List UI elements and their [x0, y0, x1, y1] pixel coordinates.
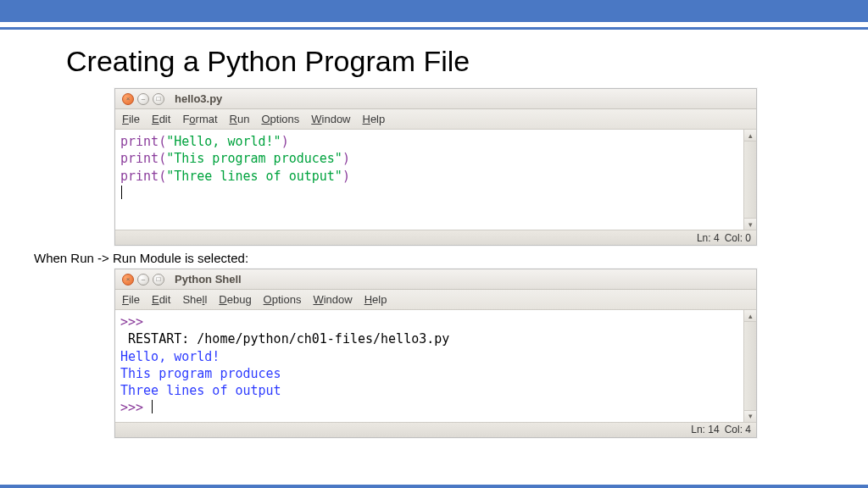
- menu-file[interactable]: File: [122, 113, 140, 125]
- editor-code-area[interactable]: print("Hello, world!") print("This progr…: [115, 130, 743, 230]
- status-line: Ln: 4: [697, 232, 720, 244]
- shell-window: × – □ Python Shell File Edit Shell Debug…: [114, 269, 757, 438]
- close-icon[interactable]: ×: [122, 274, 134, 286]
- code-paren: (: [159, 134, 166, 149]
- status-col: Col: 4: [725, 424, 751, 435]
- code-paren: ): [342, 151, 350, 166]
- editor-menubar: File Edit Format Run Options Window Help: [115, 109, 756, 130]
- menu-window[interactable]: Window: [313, 293, 352, 306]
- menu-format[interactable]: Format: [182, 113, 217, 125]
- slide-top-band: [0, 0, 868, 22]
- editor-titlebar: × – □ hello3.py: [115, 89, 756, 109]
- menu-edit[interactable]: Edit: [152, 113, 170, 125]
- shell-line: Hello, world!: [120, 349, 220, 364]
- editor-window: × – □ hello3.py File Edit Format Run Opt…: [114, 88, 757, 246]
- slide-title: Creating a Python Program File: [66, 45, 868, 78]
- code-paren: (: [159, 151, 166, 166]
- slide-bottom-rule: [0, 485, 868, 488]
- maximize-icon[interactable]: □: [153, 274, 164, 286]
- shell-output-area[interactable]: >>> RESTART: /home/python/ch01-files/hel…: [115, 310, 743, 422]
- close-icon[interactable]: ×: [122, 93, 134, 105]
- menu-edit[interactable]: Edit: [152, 293, 170, 306]
- slide-caption: When Run -> Run Module is selected:: [34, 251, 868, 265]
- scroll-down-icon[interactable]: ▾: [744, 218, 756, 230]
- shell-title: Python Shell: [175, 273, 242, 286]
- shell-prompt: >>>: [120, 400, 143, 415]
- menu-help[interactable]: Help: [363, 113, 386, 125]
- menu-help[interactable]: Help: [364, 293, 387, 306]
- code-fn: print: [120, 169, 159, 184]
- shell-restart: RESTART:: [120, 331, 197, 347]
- cursor-icon: [121, 186, 122, 199]
- menu-run[interactable]: Run: [230, 113, 250, 125]
- shell-menubar: File Edit Shell Debug Options Window Hel…: [115, 290, 756, 310]
- shell-statusbar: Ln: 14 Col: 4: [115, 422, 756, 437]
- code-paren: ): [281, 134, 289, 149]
- editor-statusbar: Ln: 4 Col: 0: [115, 230, 756, 245]
- code-str: "Three lines of output": [166, 169, 342, 184]
- maximize-icon[interactable]: □: [153, 93, 164, 105]
- scroll-down-icon[interactable]: ▾: [744, 410, 756, 422]
- menu-options[interactable]: Options: [261, 113, 299, 125]
- shell-prompt: >>>: [120, 314, 143, 330]
- code-paren: (: [159, 169, 166, 184]
- shell-restart-path: /home/python/ch01-files/hello3.py: [197, 331, 457, 347]
- editor-title: hello3.py: [175, 92, 222, 105]
- minimize-icon[interactable]: –: [137, 274, 149, 286]
- cursor-icon: [152, 400, 153, 413]
- editor-scrollbar[interactable]: ▴ ▾: [743, 130, 756, 230]
- code-str: "Hello, world!": [166, 134, 281, 149]
- slide-top-thin-rule: [0, 27, 868, 30]
- menu-options[interactable]: Options: [264, 293, 302, 306]
- code-paren: ): [342, 169, 350, 184]
- status-col: Col: 0: [725, 232, 751, 244]
- status-line: Ln: 14: [691, 424, 719, 435]
- menu-debug[interactable]: Debug: [219, 293, 251, 306]
- menu-shell[interactable]: Shell: [182, 293, 207, 306]
- shell-titlebar: × – □ Python Shell: [115, 269, 756, 290]
- scroll-up-icon[interactable]: ▴: [744, 310, 756, 322]
- menu-window[interactable]: Window: [311, 113, 350, 125]
- shell-scrollbar[interactable]: ▴ ▾: [743, 310, 756, 422]
- scroll-up-icon[interactable]: ▴: [744, 130, 756, 141]
- minimize-icon[interactable]: –: [137, 93, 149, 105]
- code-str: "This program produces": [166, 151, 342, 166]
- code-fn: print: [120, 134, 159, 149]
- menu-file[interactable]: File: [122, 293, 140, 306]
- shell-line: This program produces: [120, 366, 281, 381]
- shell-line: Three lines of output: [120, 383, 281, 398]
- code-fn: print: [120, 151, 159, 166]
